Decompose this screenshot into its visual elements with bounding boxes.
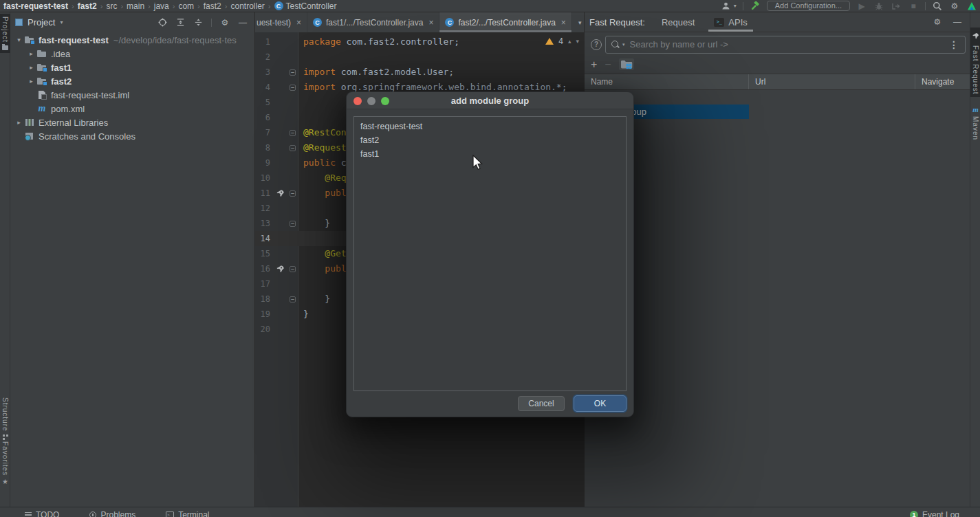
inspection-widget[interactable]: 4 ▴ ▾: [545, 36, 579, 46]
kebab-menu-icon[interactable]: ⋮: [948, 39, 960, 50]
user-dropdown-icon[interactable]: [721, 1, 732, 12]
breadcrumb-item[interactable]: CTestController: [274, 1, 337, 11]
fold-marker-icon[interactable]: −: [287, 80, 298, 95]
add-configuration-button[interactable]: Add Configuration...: [767, 1, 850, 11]
breadcrumb-item[interactable]: fast2: [204, 1, 221, 11]
search-input[interactable]: [630, 39, 948, 50]
code-token: import: [303, 67, 336, 77]
module-group-option[interactable]: fast1: [354, 147, 626, 161]
fold-marker-icon[interactable]: −: [287, 292, 298, 307]
fold-marker-icon[interactable]: −: [287, 186, 298, 201]
statusbar-item-todo[interactable]: TODO: [25, 510, 59, 517]
module-group-option[interactable]: fast-request-test: [354, 120, 626, 133]
event-log-badge[interactable]: 1: [910, 511, 918, 517]
tree-item-fast-request-test[interactable]: ▾fast-request-test~/develop/idea/fast-re…: [10, 33, 254, 47]
close-icon[interactable]: ×: [296, 18, 301, 28]
search-field[interactable]: ▾ ⋮: [605, 36, 966, 54]
hammer-icon[interactable]: [750, 1, 761, 12]
chevron-right-icon[interactable]: ▸: [26, 50, 36, 57]
prev-warning-icon[interactable]: ▴: [568, 38, 571, 45]
breadcrumb-item[interactable]: com: [178, 1, 194, 11]
editor-tab[interactable]: uest-test) ×: [255, 12, 307, 32]
breadcrumb-item[interactable]: fast2: [78, 1, 97, 11]
debug-icon[interactable]: [873, 1, 884, 12]
chevron-right-icon[interactable]: ▸: [26, 78, 36, 85]
tree-item-fast-request-test-iml[interactable]: fast-request-test.iml: [10, 88, 254, 102]
search-everywhere-icon[interactable]: [932, 1, 943, 12]
column-header-url[interactable]: Url: [749, 74, 915, 89]
fast-request-panel: Fast Request: Request >_ APIs ⚙ — ? ▾ ⋮: [584, 12, 970, 507]
tree-item-fast1[interactable]: ▸fast1: [10, 60, 254, 74]
module-group-option[interactable]: fast2: [354, 133, 626, 147]
add-icon[interactable]: +: [591, 59, 597, 70]
close-icon[interactable]: ×: [428, 18, 433, 28]
breadcrumb-item[interactable]: fast-request-test: [3, 1, 68, 11]
stripe-label: Maven: [970, 116, 980, 140]
run-icon[interactable]: ▶: [856, 1, 867, 12]
stripe-button-project[interactable]: Project: [0, 14, 10, 53]
table-row-selected[interactable]: Default Group: [585, 104, 970, 119]
stripe-button-structure[interactable]: Structure: [0, 395, 10, 443]
tab-apis[interactable]: >_ APIs: [711, 12, 750, 32]
event-log-label[interactable]: Event Log: [922, 510, 959, 517]
tab-request[interactable]: Request: [662, 12, 695, 32]
next-warning-icon[interactable]: ▾: [576, 38, 579, 45]
zoom-window-icon[interactable]: [381, 97, 389, 105]
hide-panel-icon[interactable]: —: [952, 17, 962, 27]
stripe-button-maven[interactable]: m Maven: [970, 103, 980, 143]
tree-item-external-libraries[interactable]: ▸External Libraries: [10, 116, 254, 129]
chevron-right-icon[interactable]: ▸: [26, 64, 36, 71]
gear-icon[interactable]: ⚙: [933, 17, 942, 27]
stripe-button-favorites[interactable]: Favorites ★: [0, 439, 10, 488]
hide-panel-icon[interactable]: —: [238, 18, 248, 28]
chevron-down-icon[interactable]: ▾: [14, 36, 24, 43]
breadcrumb-item[interactable]: java: [154, 1, 169, 11]
scratches-icon: [24, 131, 35, 142]
gear-icon[interactable]: ⚙: [220, 18, 230, 28]
project-panel-title[interactable]: Project: [28, 17, 55, 28]
stop-icon[interactable]: ■: [908, 1, 919, 12]
close-icon[interactable]: ×: [561, 18, 566, 28]
column-header-name[interactable]: Name: [585, 74, 749, 89]
fold-marker-icon[interactable]: −: [287, 261, 298, 276]
module-group-icon[interactable]: [619, 58, 634, 70]
settings-gear-icon[interactable]: ⚙: [949, 1, 960, 12]
chevron-down-icon[interactable]: ▾: [60, 19, 63, 25]
rocket-icon[interactable]: [273, 186, 287, 201]
fold-marker-icon[interactable]: −: [287, 65, 298, 80]
tree-item--idea[interactable]: ▸.idea: [10, 47, 254, 60]
breadcrumb-item[interactable]: main: [127, 1, 144, 11]
locate-icon[interactable]: [157, 18, 167, 28]
gutter-slot: [287, 246, 298, 261]
run-with-coverage-icon[interactable]: [891, 1, 902, 12]
close-window-icon[interactable]: [353, 97, 362, 105]
module-group-list[interactable]: fast-request-testfast2fast1: [353, 116, 627, 391]
chevron-right-icon[interactable]: ▸: [14, 119, 24, 126]
gutter-slot: [287, 170, 298, 186]
expand-all-icon[interactable]: [175, 18, 185, 28]
breadcrumb-item[interactable]: src: [106, 1, 117, 11]
breadcrumb-item[interactable]: controller: [230, 1, 264, 11]
code-text: }: [298, 216, 330, 231]
statusbar-item-terminal[interactable]: >_Terminal: [166, 510, 209, 517]
fold-marker-icon[interactable]: −: [287, 216, 298, 231]
column-header-navigate[interactable]: Navigate: [915, 74, 970, 89]
rocket-icon[interactable]: [273, 261, 287, 276]
cancel-button[interactable]: Cancel: [518, 396, 565, 411]
editor-tab-active[interactable]: C fast2/.../TestController.java ×: [439, 12, 571, 32]
help-icon[interactable]: ?: [591, 39, 602, 50]
statusbar-item-problems[interactable]: Problems: [89, 510, 135, 517]
tree-item-scratches-and-consoles[interactable]: Scratches and Consoles: [10, 129, 254, 143]
fold-marker-icon[interactable]: −: [287, 125, 298, 140]
editor-tab[interactable]: C fast1/.../TestController.java ×: [307, 12, 439, 32]
remove-icon[interactable]: −: [605, 59, 611, 70]
collapse-all-icon[interactable]: [193, 18, 203, 28]
ok-button[interactable]: OK: [574, 395, 627, 412]
line-number: 14: [255, 231, 273, 246]
fold-marker-icon[interactable]: −: [287, 140, 298, 155]
stripe-button-fast-request[interactable]: Fast Request: [970, 28, 980, 97]
tree-item-pom-xml[interactable]: mpom.xml: [10, 102, 254, 116]
minimize-window-icon[interactable]: [367, 97, 375, 105]
tree-item-fast2[interactable]: ▸fast2: [10, 74, 254, 88]
tab-list-chevron-icon[interactable]: ▾: [572, 12, 584, 32]
